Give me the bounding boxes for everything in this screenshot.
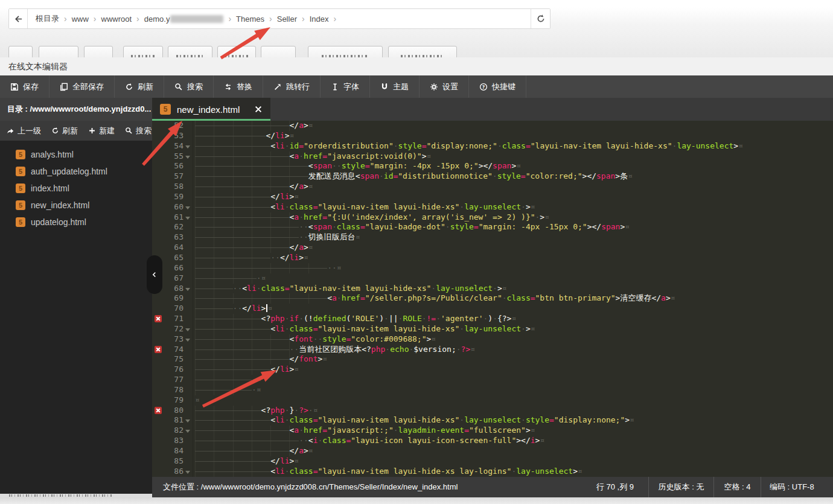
sidebar-collapse-handle[interactable]: [147, 255, 162, 294]
fold-arrow-icon[interactable]: [185, 419, 190, 423]
code-line[interactable]: 65··</li>¤: [152, 253, 833, 263]
fold-arrow-icon[interactable]: [185, 145, 190, 148]
code-line[interactable]: 69<a·href="/seller.php?s=/Public/clear"·…: [152, 293, 833, 304]
crumb-seller[interactable]: Seller: [277, 14, 297, 24]
settings-button[interactable]: 设置: [420, 75, 469, 98]
code-line[interactable]: 54<li·id="orderdistribution"·style="disp…: [152, 141, 833, 152]
code-line[interactable]: 83··<i·class="layui-icon layui-icon-scre…: [152, 436, 833, 446]
crumb-wwwroot[interactable]: wwwroot: [101, 14, 132, 24]
code-line[interactable]: 86<li·class="layui-nav-item layui-hide-x…: [152, 467, 833, 477]
indent-whitespace: [195, 131, 266, 141]
crumb-index[interactable]: Index: [310, 14, 329, 24]
code-line[interactable]: 52</a>¤: [152, 121, 833, 131]
fold-arrow-icon[interactable]: [185, 288, 190, 291]
fold-arrow-icon[interactable]: [185, 471, 190, 474]
save-all-button[interactable]: 全部保存: [49, 75, 115, 98]
code-line[interactable]: 62··<span·class="layui-badge-dot"·style=…: [152, 222, 833, 232]
code-line[interactable]: 80<?php·}·?>·¤: [152, 406, 833, 416]
refresh-icon: [125, 83, 133, 91]
code-line[interactable]: 57发配送员消息<span·id="distributionnotice"·st…: [152, 171, 833, 182]
close-tab-icon[interactable]: [254, 105, 263, 113]
code-line[interactable]: 84</a>¤: [152, 446, 833, 456]
theme-icon: [380, 83, 389, 91]
indent-whitespace: [195, 324, 270, 334]
line-number: 55: [174, 152, 184, 161]
file-item[interactable]: 5auth_updatelog.html: [0, 163, 152, 180]
error-marker-icon[interactable]: [155, 346, 162, 353]
code-line[interactable]: 81<li·class="layui-nav-item layui-hide-x…: [152, 415, 833, 426]
code-line[interactable]: 75</font>¤: [152, 354, 833, 365]
back-button[interactable]: [9, 9, 28, 28]
fold-arrow-icon[interactable]: [185, 206, 190, 209]
code-line[interactable]: 53</li>¤: [152, 131, 833, 141]
search-button[interactable]: 搜索: [164, 75, 214, 98]
indent-whitespace: [195, 232, 299, 243]
code-line[interactable]: 58</a>¤: [152, 182, 833, 192]
code-line[interactable]: 68··<li·class="layui-nav-item layui-hide…: [152, 284, 833, 294]
space-dots: ··: [299, 222, 308, 231]
code-line[interactable]: 70··</li>¤: [152, 304, 833, 314]
fold-arrow-icon[interactable]: [185, 430, 190, 433]
crumb-www[interactable]: www: [72, 14, 89, 24]
code-line[interactable]: 78·¤: [152, 385, 833, 395]
goto-line-button[interactable]: 跳转行: [263, 75, 321, 98]
crumb-site[interactable]: demo.y: [144, 14, 170, 24]
hotkeys-button[interactable]: ? 快捷键: [469, 75, 526, 98]
refresh-icon: [536, 14, 546, 24]
code-line[interactable]: 77·¤: [152, 375, 833, 385]
redacted-text-blur: [170, 15, 223, 23]
file-item[interactable]: 5analys.html: [0, 146, 152, 163]
file-item[interactable]: 5new_index.html: [0, 197, 152, 214]
theme-button[interactable]: 主题: [370, 75, 420, 98]
code-line[interactable]: 72<li·class="layui-nav-item layui-hide-x…: [152, 324, 833, 334]
code-line[interactable]: 60<li·class="layui-nav-item layui-hide-x…: [152, 202, 833, 212]
sidebar-search-button[interactable]: 搜索: [125, 126, 152, 136]
refresh-button[interactable]: 刷新: [115, 75, 164, 98]
code-line[interactable]: 73<font··style="color:#009688;">¤: [152, 334, 833, 345]
replace-button[interactable]: 替换: [214, 75, 263, 98]
code-line[interactable]: 71<?php·if·(!defined('ROLE')·||·ROLE·!=·…: [152, 314, 833, 324]
crumb-themes[interactable]: Themes: [236, 14, 264, 24]
button-label: 搜索: [187, 81, 203, 92]
code-line[interactable]: 74··当前社区团购版本<?php·echo·$version;·?>¤: [152, 345, 833, 355]
editor-toolbar: 保存 全部保存 刷新 搜索 替换 跳转行 字体 主题: [0, 75, 833, 98]
code-line[interactable]: 59</li>¤: [152, 192, 833, 202]
code-line[interactable]: 66··¤: [152, 263, 833, 273]
indent-whitespace: [195, 293, 327, 304]
code-line[interactable]: 56<span··style="margin: -4px -15px 0;"><…: [152, 161, 833, 171]
crumb-root[interactable]: 根目录: [36, 13, 59, 24]
code-line[interactable]: 76</li>¤: [152, 365, 833, 375]
code-line[interactable]: 82<a·href="javascript:;"·layadmin-event=…: [152, 426, 833, 436]
code-line[interactable]: 79¤: [152, 395, 833, 406]
fold-arrow-icon[interactable]: [185, 328, 190, 331]
line-number: 77: [174, 375, 184, 384]
up-level-button[interactable]: 上一级: [6, 126, 41, 136]
file-item[interactable]: 5index.html: [0, 180, 152, 197]
html5-file-icon: 5: [16, 167, 25, 176]
line-number: 73: [174, 334, 184, 343]
indent-whitespace: [195, 375, 252, 385]
code-line[interactable]: 61<a·href="{:U('index/index', array('is_…: [152, 212, 833, 223]
file-item[interactable]: 5updatelog.html: [0, 214, 152, 231]
code-line[interactable]: 64</a>¤: [152, 243, 833, 253]
code-line[interactable]: 67·¤: [152, 273, 833, 284]
error-marker-icon[interactable]: [155, 407, 162, 414]
code-line[interactable]: 85</li>¤: [152, 456, 833, 467]
error-marker-icon[interactable]: [155, 315, 162, 322]
fold-arrow-icon[interactable]: [185, 156, 190, 159]
code-line[interactable]: 55<a·href="javascript:void(0)">¤: [152, 152, 833, 162]
sidebar-refresh-button[interactable]: 刷新: [51, 126, 78, 136]
tab-new-index[interactable]: 5 new_index.html: [152, 98, 270, 121]
save-button[interactable]: 保存: [0, 75, 49, 98]
button-label: 全部保存: [72, 81, 104, 92]
space-dots: ·: [257, 273, 261, 282]
fold-arrow-icon[interactable]: [185, 339, 190, 342]
code-line[interactable]: 63··切换旧版后台¤: [152, 232, 833, 243]
code-editor[interactable]: 52</a>¤53</li>¤54<li·id="orderdistributi…: [152, 121, 833, 477]
line-number: 57: [174, 171, 184, 180]
button-label: 字体: [343, 81, 359, 92]
new-file-button[interactable]: 新建: [88, 126, 115, 136]
font-button[interactable]: 字体: [321, 75, 370, 98]
fold-arrow-icon[interactable]: [185, 217, 190, 220]
breadcrumb-refresh-button[interactable]: [531, 9, 550, 28]
